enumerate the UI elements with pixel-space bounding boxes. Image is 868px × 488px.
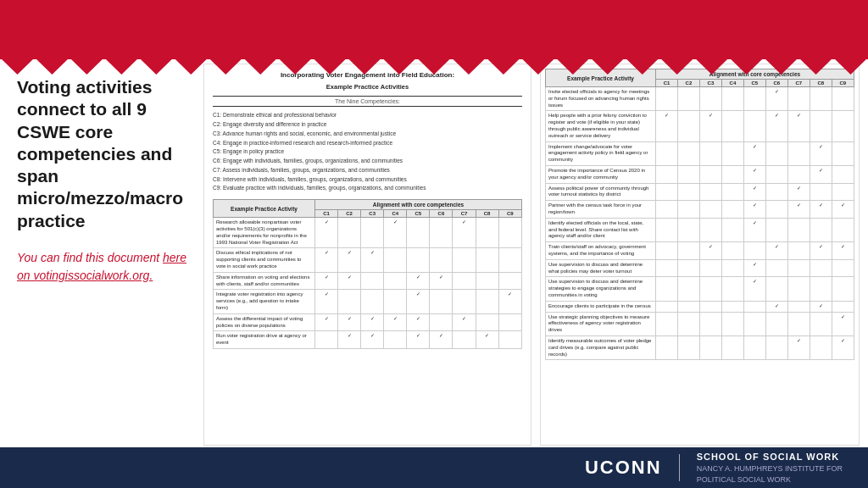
left-panel: Voting activities connect to all 9 CSWE …: [17, 76, 203, 285]
right-check-cell: ✓: [743, 141, 765, 165]
right-check-cell: [699, 201, 721, 219]
activity-cell: Assess the differential impact of voting…: [214, 313, 315, 331]
right-check-cell: ✓: [765, 242, 787, 260]
right-check-cell: [677, 165, 699, 183]
column-header-c4: C4: [384, 210, 407, 218]
right-activity-cell: Promote the importance of Census 2020 in…: [546, 165, 656, 183]
right-check-cell: [787, 242, 810, 260]
right-check-cell: ✓: [787, 183, 810, 201]
right-check-cell: [656, 141, 678, 165]
check-cell: ✓: [384, 313, 407, 331]
right-check-cell: [743, 301, 765, 312]
column-header-c3: C3: [361, 210, 384, 218]
right-check-cell: ✓: [832, 201, 854, 219]
check-cell: [430, 218, 453, 248]
right-check-cell: [677, 336, 699, 359]
right-check-cell: ✓: [765, 87, 787, 111]
right-check-cell: [810, 259, 832, 277]
right-check-cell: [699, 259, 721, 277]
main-content: Incorporating Voter Engagement into Fiel…: [203, 64, 860, 446]
right-check-cell: ✓: [743, 218, 765, 241]
check-cell: ✓: [430, 272, 453, 290]
right-activity-cell: Identify measurable outcomes of voter pl…: [546, 336, 656, 359]
right-check-cell: [810, 277, 832, 301]
check-cell: ✓: [361, 331, 384, 349]
check-cell: [498, 248, 521, 272]
right-check-cell: [765, 218, 787, 241]
right-check-cell: ✓: [743, 259, 765, 277]
right-check-cell: [832, 111, 854, 141]
check-cell: ✓: [407, 331, 430, 349]
right-check-cell: ✓: [832, 312, 854, 336]
right-check-cell: [721, 141, 743, 165]
right-check-cell: [677, 201, 699, 219]
right-check-cell: [810, 87, 832, 111]
check-cell: ✓: [476, 331, 498, 349]
right-check-cell: [721, 312, 743, 336]
right-check-cell: [765, 312, 787, 336]
check-cell: [498, 331, 521, 349]
right-check-cell: [699, 312, 721, 336]
right-check-cell: [656, 312, 678, 336]
table-row: Invite elected officials to agency for m…: [546, 87, 854, 111]
competency-list: C1: Demonstrate ethical and professional…: [213, 111, 522, 192]
right-check-cell: [677, 87, 699, 111]
doc-subtitle: Example Practice Activities: [213, 83, 522, 91]
competency-item: C4: Engage in practice-informed research…: [213, 139, 522, 147]
right-activity-cell: Assess political power of community thro…: [546, 183, 656, 201]
check-cell: [384, 272, 407, 290]
right-activity-cell: Use strategic planning objectives to mea…: [546, 312, 656, 336]
check-cell: [453, 331, 476, 349]
check-cell: [453, 248, 476, 272]
right-check-cell: [810, 312, 832, 336]
right-check-cell: [656, 259, 678, 277]
right-check-cell: [677, 312, 699, 336]
link-prefix: You can find this document: [17, 251, 163, 264]
right-check-cell: [656, 87, 678, 111]
right-check-cell: [810, 183, 832, 201]
column-header-c9: C9: [498, 210, 521, 218]
check-cell: [453, 290, 476, 313]
check-cell: ✓: [338, 313, 361, 331]
table-row: Use supervision to discuss and determine…: [546, 277, 854, 301]
right-check-cell: ✓: [810, 242, 832, 260]
right-alignment-header: Alignment with core competencies: [656, 69, 854, 80]
check-cell: [384, 331, 407, 349]
main-heading: Voting activities connect to all 9 CSWE …: [17, 76, 203, 232]
check-cell: ✓: [315, 290, 338, 313]
right-activity-cell: Encourage clients to participate in the …: [546, 301, 656, 312]
check-cell: [315, 331, 338, 349]
right-check-cell: [656, 201, 678, 219]
check-cell: ✓: [338, 248, 361, 272]
right-activity-header: Example Practice Activity: [546, 69, 656, 87]
table-row: Integrate voter registration into agency…: [214, 290, 522, 313]
right-check-cell: ✓: [810, 141, 832, 165]
right-check-cell: [677, 218, 699, 241]
table-row: Partner with the census task force in yo…: [546, 201, 854, 219]
right-check-cell: [677, 183, 699, 201]
check-cell: [361, 290, 384, 313]
right-check-cell: [743, 111, 765, 141]
right-check-cell: [721, 336, 743, 359]
right-check-cell: [765, 141, 787, 165]
right-activity-cell: Use supervision to discuss and determine…: [546, 277, 656, 301]
right-check-cell: [721, 165, 743, 183]
check-cell: ✓: [315, 272, 338, 290]
check-cell: [430, 248, 453, 272]
right-check-cell: [656, 218, 678, 241]
check-cell: [476, 313, 498, 331]
right-column-header-c9: C9: [832, 80, 854, 87]
competency-item: C8: Intervene with individuals, families…: [213, 175, 522, 184]
table-row: Train clients/staff on advocacy, governm…: [546, 242, 854, 260]
right-check-cell: [721, 111, 743, 141]
check-cell: [361, 272, 384, 290]
check-cell: ✓: [361, 248, 384, 272]
check-cell: ✓: [407, 272, 430, 290]
table-row: Identify elected officials on the local,…: [546, 218, 854, 241]
activity-cell: Research allowable nonpartisan voter act…: [214, 218, 315, 248]
right-check-cell: [832, 218, 854, 241]
right-activity-cell: Invite elected officials to agency for m…: [546, 87, 656, 111]
table-row: Run voter registration drive at agency o…: [214, 331, 522, 349]
check-cell: ✓: [338, 331, 361, 349]
right-check-cell: ✓: [765, 111, 787, 141]
